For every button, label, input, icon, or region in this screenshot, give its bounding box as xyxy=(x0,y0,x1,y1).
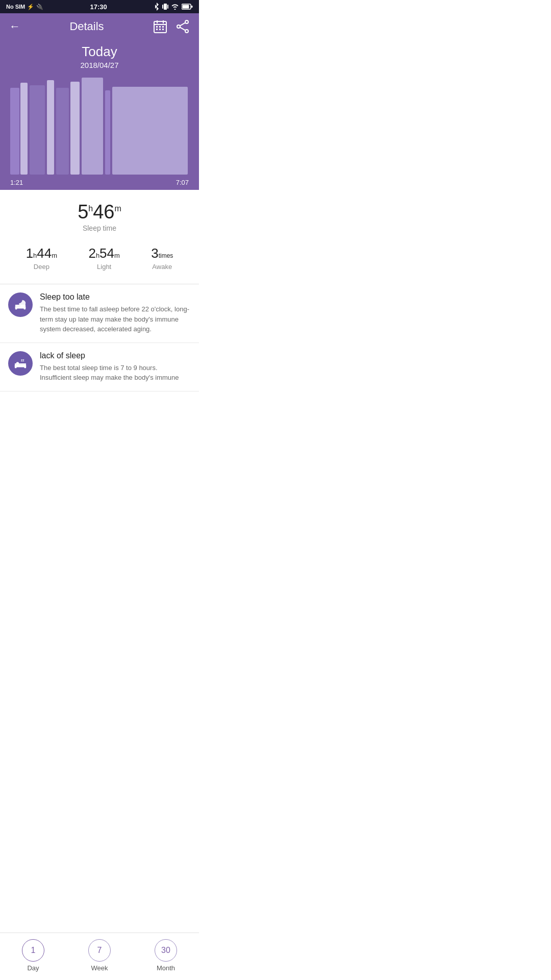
svg-rect-29 xyxy=(105,90,110,175)
svg-text:zz: zz xyxy=(21,358,24,362)
deep-sleep: 1h44m Deep xyxy=(26,246,57,271)
wifi-icon xyxy=(171,4,179,10)
svg-line-19 xyxy=(180,22,186,26)
share-icon[interactable] xyxy=(176,19,190,34)
svg-rect-11 xyxy=(159,26,161,28)
chart-time-start: 1:21 xyxy=(10,179,23,186)
svg-rect-30 xyxy=(112,87,188,175)
calendar-icon[interactable] xyxy=(153,19,167,34)
tip-item-2: zz lack of sleep The best total sleep ti… xyxy=(0,343,199,391)
sleep-minutes: 46 xyxy=(93,201,114,223)
svg-rect-39 xyxy=(24,364,26,368)
minutes-unit: m xyxy=(115,204,121,213)
chart-times: 1:21 7:07 xyxy=(10,177,189,190)
deep-value: 1h44m xyxy=(26,246,57,261)
svg-rect-1 xyxy=(162,5,163,9)
hours-unit: h xyxy=(88,204,93,213)
date-full: 2018/04/27 xyxy=(0,61,199,69)
svg-rect-14 xyxy=(159,29,161,30)
tip-content-1: Sleep too late The best time to fall asl… xyxy=(40,292,191,334)
svg-rect-15 xyxy=(162,29,164,30)
battery-icon xyxy=(182,4,193,10)
header-nav: ← Details xyxy=(0,13,199,39)
svg-rect-31 xyxy=(15,305,26,306)
tip-desc-2: The best total sleep time is 7 to 9 hour… xyxy=(40,363,191,383)
back-button[interactable]: ← xyxy=(9,20,20,33)
sleep-hours: 5 xyxy=(78,201,88,223)
svg-rect-33 xyxy=(15,306,17,310)
awake-label: Awake xyxy=(151,263,173,271)
light-sleep: 2h54m Light xyxy=(88,246,119,271)
svg-rect-22 xyxy=(10,88,19,175)
header-icons xyxy=(153,19,190,34)
bluetooth-icon xyxy=(154,3,160,11)
sleep-chart-area: 1:21 7:07 xyxy=(0,78,199,190)
header-title: Details xyxy=(69,20,104,33)
svg-rect-28 xyxy=(82,78,103,175)
awake-value: 3times xyxy=(151,246,173,261)
tip-content-2: lack of sleep The best total sleep time … xyxy=(40,351,191,383)
svg-point-18 xyxy=(177,25,180,28)
usb-icon: ⚡ xyxy=(27,4,34,10)
tip-desc-1: The best time to fall asleep before 22 o… xyxy=(40,304,191,334)
vibrate-icon xyxy=(162,3,168,11)
usb2-icon: 🔌 xyxy=(36,4,43,10)
awake: 3times Awake xyxy=(151,246,173,271)
status-right xyxy=(154,3,193,11)
status-left: No SIM ⚡ 🔌 xyxy=(6,4,43,10)
tip-icon-wrap-2: zz xyxy=(8,351,33,376)
svg-rect-27 xyxy=(70,82,80,175)
sleep-chart xyxy=(10,78,189,175)
svg-rect-38 xyxy=(15,364,17,368)
svg-point-40 xyxy=(16,362,19,365)
svg-rect-13 xyxy=(156,29,158,30)
svg-point-16 xyxy=(185,20,188,23)
light-label: Light xyxy=(88,263,119,271)
svg-rect-4 xyxy=(183,5,189,9)
svg-rect-5 xyxy=(191,6,193,8)
date-today: Today xyxy=(0,44,199,60)
svg-rect-24 xyxy=(30,85,45,175)
svg-rect-0 xyxy=(164,4,167,10)
svg-line-20 xyxy=(180,27,186,30)
header-section: ← Details xyxy=(0,13,199,190)
tip-title-1: Sleep too late xyxy=(40,292,191,302)
tip-icon-wrap-1 xyxy=(8,292,33,317)
bed-moon-icon xyxy=(14,298,27,311)
svg-rect-23 xyxy=(20,83,28,175)
svg-rect-2 xyxy=(167,5,168,9)
chart-time-end: 7:07 xyxy=(176,179,189,186)
deep-label: Deep xyxy=(26,263,57,271)
svg-rect-26 xyxy=(56,88,69,175)
status-bar: No SIM ⚡ 🔌 17:30 xyxy=(0,0,199,13)
svg-rect-10 xyxy=(156,26,158,28)
light-value: 2h54m xyxy=(88,246,119,261)
svg-rect-25 xyxy=(47,80,54,175)
status-time: 17:30 xyxy=(90,3,107,11)
total-sleep: 5h46m Sleep time xyxy=(10,201,189,232)
bed-z-icon: zz xyxy=(14,357,27,370)
svg-rect-12 xyxy=(162,26,164,28)
tips-section: Sleep too late The best time to fall asl… xyxy=(0,284,199,391)
svg-point-17 xyxy=(185,30,188,33)
sleep-time-label: Sleep time xyxy=(10,224,189,232)
svg-rect-34 xyxy=(24,306,26,310)
total-sleep-value: 5h46m xyxy=(10,201,189,223)
tip-item-1: Sleep too late The best time to fall asl… xyxy=(0,284,199,343)
no-sim-label: No SIM xyxy=(6,4,25,10)
stats-section: 5h46m Sleep time 1h44m Deep 2h54m Light … xyxy=(0,190,199,284)
date-section: Today 2018/04/27 xyxy=(0,39,199,78)
sleep-breakdown: 1h44m Deep 2h54m Light 3times Awake xyxy=(10,241,189,279)
tip-title-2: lack of sleep xyxy=(40,351,191,360)
